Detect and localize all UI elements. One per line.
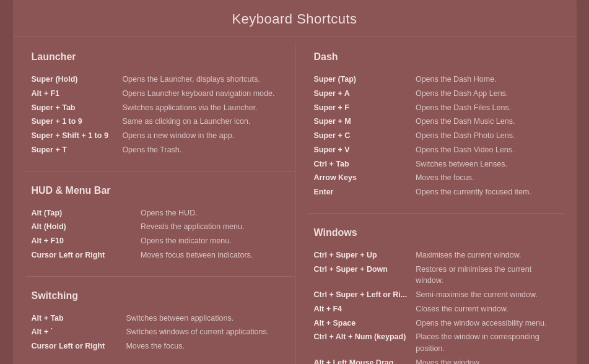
hud-table: Alt (Tap)Opens the HUD.Alt (Hold)Reveals… (32, 206, 282, 262)
table-row: Ctrl + Super + UpMaximises the current w… (314, 248, 552, 262)
launcher-section: Launcher Super (Hold)Opens the Launcher,… (25, 43, 295, 166)
shortcut-key: Super (Tap) (314, 72, 416, 87)
shortcut-key: Ctrl + Super + Down (314, 262, 416, 288)
shortcut-desc: Closes the current window. (416, 302, 551, 316)
shortcut-desc: Opens the Dash Files Lens. (416, 101, 552, 115)
shortcut-key: Super + T (32, 143, 123, 157)
shortcut-key: Cursor Left or Right (32, 248, 141, 262)
table-row: Cursor Left or RightMoves the focus. (32, 339, 282, 353)
shortcut-key: Alt + Space (314, 316, 416, 331)
table-row: Alt + TabSwitches between applications. (32, 311, 282, 326)
shortcut-key: Ctrl + Alt + Num (keypad) (314, 330, 416, 356)
shortcut-desc: Same as clicking on a Launcher icon. (122, 115, 282, 129)
shortcut-desc: Maximises the current window. (416, 248, 551, 262)
shortcut-desc: Opens the window accessibility menu. (416, 316, 551, 331)
table-row: Super + TabSwitches applications via the… (32, 101, 282, 115)
shortcut-desc: Switches between Lenses. (416, 157, 552, 171)
table-row: Alt (Tap)Opens the HUD. (32, 206, 282, 220)
shortcut-key: Alt + F10 (32, 234, 141, 248)
shortcut-desc: Opens the Trash. (122, 143, 282, 157)
table-row: Super + Shift + 1 to 9Opens a new window… (32, 129, 282, 143)
windows-table: Ctrl + Super + UpMaximises the current w… (314, 248, 552, 364)
shortcut-key: Alt (Hold) (32, 220, 141, 234)
table-row: Alt + F10Opens the indicator menu. (32, 234, 282, 248)
launcher-title: Launcher (32, 51, 282, 65)
shortcut-desc: Opens the Dash Music Lens. (416, 115, 552, 129)
shortcut-desc: Switches windows of current applications… (126, 325, 282, 339)
shortcut-desc: Opens the Dash App Lens. (416, 87, 552, 101)
content-area: Launcher Super (Hold)Opens the Launcher,… (13, 37, 577, 364)
table-row: Super + FOpens the Dash Files Lens. (314, 101, 552, 115)
switching-table: Alt + TabSwitches between applications.A… (32, 311, 282, 353)
shortcut-desc: Switches applications via the Launcher. (122, 101, 282, 115)
main-container: Keyboard Shortcuts Launcher Super (Hold)… (13, 0, 577, 364)
launcher-table: Super (Hold)Opens the Launcher, displays… (32, 72, 282, 157)
table-row: Super + TOpens the Trash. (32, 143, 282, 157)
table-row: Super + VOpens the Dash Video Lens. (314, 143, 552, 157)
table-row: Arrow KeysMoves the focus. (314, 171, 552, 185)
shortcut-desc: Moves the focus. (126, 339, 282, 353)
hud-section: HUD & Menu Bar Alt (Tap)Opens the HUD.Al… (25, 176, 295, 271)
shortcut-key: Enter (314, 185, 416, 199)
shortcut-key: Super + V (314, 143, 416, 157)
divider-1 (25, 171, 295, 171)
shortcut-desc: Switches between applications. (126, 311, 282, 326)
table-row: Cursor Left or RightMoves focus between … (32, 248, 282, 262)
shortcut-key: Super (Hold) (32, 72, 123, 87)
table-row: Alt (Hold)Reveals the application menu. (32, 220, 282, 234)
divider-3 (308, 213, 564, 214)
shortcut-key: Arrow Keys (314, 171, 416, 185)
shortcut-desc: Opens Launcher keyboard navigation mode. (122, 87, 282, 101)
table-row: Ctrl + Alt + Num (keypad)Places the wind… (314, 330, 552, 356)
left-column: Launcher Super (Hold)Opens the Launcher,… (25, 43, 295, 364)
shortcut-key: Alt + F4 (314, 302, 416, 316)
switching-section: Switching Alt + TabSwitches between appl… (25, 282, 295, 362)
table-row: Alt + F1Opens Launcher keyboard navigati… (32, 87, 282, 101)
shortcut-key: Super + Tab (32, 101, 123, 115)
shortcut-desc: Opens the Dash Video Lens. (416, 143, 552, 157)
shortcut-desc: Opens a new window in the app. (122, 129, 282, 143)
shortcut-desc: Opens the Launcher, displays shortcuts. (122, 72, 282, 87)
windows-section: Windows Ctrl + Super + UpMaximises the c… (308, 219, 564, 364)
table-row: Ctrl + Super + DownRestores or minimises… (314, 262, 552, 288)
table-row: Super (Tap)Opens the Dash Home. (314, 72, 552, 87)
dash-title: Dash (314, 51, 552, 65)
shortcut-key: Super + F (314, 101, 416, 115)
table-row: Super + MOpens the Dash Music Lens. (314, 115, 552, 129)
windows-title: Windows (314, 227, 552, 241)
shortcut-key: Alt (Tap) (32, 206, 141, 220)
shortcut-desc: Semi-maximise the current window. (416, 288, 551, 302)
shortcut-desc: Moves the focus. (416, 171, 552, 185)
table-row: Super + AOpens the Dash App Lens. (314, 87, 552, 101)
shortcut-key: Super + A (314, 87, 416, 101)
shortcut-desc: Opens the Dash Home. (416, 72, 552, 87)
divider-2 (25, 276, 295, 277)
shortcut-key: Super + M (314, 115, 416, 129)
shortcut-key: Super + C (314, 129, 416, 143)
table-row: Ctrl + TabSwitches between Lenses. (314, 157, 552, 171)
shortcut-desc: Moves focus between indicators. (141, 248, 282, 262)
shortcut-key: Ctrl + Super + Up (314, 248, 416, 262)
shortcut-key: Cursor Left or Right (32, 339, 126, 353)
shortcut-desc: Moves the window. (416, 356, 551, 364)
shortcut-key: Super + 1 to 9 (32, 115, 123, 129)
table-row: Ctrl + Super + Left or Ri...Semi-maximis… (314, 288, 552, 302)
shortcut-key: Alt + Tab (32, 311, 126, 326)
shortcut-desc: Places the window in corresponding posit… (416, 330, 551, 356)
table-row: Alt + SpaceOpens the window accessibilit… (314, 316, 552, 331)
table-row: EnterOpens the currently focused item. (314, 185, 552, 199)
shortcut-key: Alt + F1 (32, 87, 123, 101)
table-row: Alt + Left Mouse DragMoves the window. (314, 356, 552, 364)
shortcut-desc: Reveals the application menu. (141, 220, 282, 234)
shortcut-key: Super + Shift + 1 to 9 (32, 129, 123, 143)
shortcut-desc: Opens the currently focused item. (416, 185, 552, 199)
table-row: Super + COpens the Dash Photo Lens. (314, 129, 552, 143)
table-row: Alt + F4Closes the current window. (314, 302, 552, 316)
shortcut-key: Alt + Left Mouse Drag (314, 356, 416, 364)
shortcut-key: Ctrl + Super + Left or Ri... (314, 288, 416, 302)
shortcut-key: Alt + ` (32, 325, 126, 339)
table-row: Super (Hold)Opens the Launcher, displays… (32, 72, 282, 87)
dash-section: Dash Super (Tap)Opens the Dash Home.Supe… (308, 43, 564, 208)
table-row: Alt + `Switches windows of current appli… (32, 325, 282, 339)
title-bar: Keyboard Shortcuts (13, 0, 577, 37)
